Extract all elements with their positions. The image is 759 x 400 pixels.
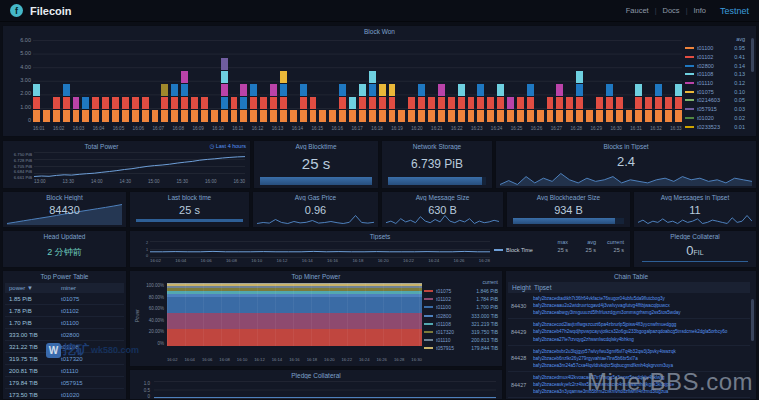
legend-series-name[interactable]: t057915 bbox=[697, 106, 734, 112]
legend-series-name[interactable]: t01075 bbox=[436, 288, 476, 294]
panel-title-top-power-table[interactable]: Top Power Table bbox=[3, 273, 126, 280]
legend-item[interactable]: t011000.95 bbox=[685, 44, 753, 53]
tick-label: 16:00 bbox=[205, 179, 217, 187]
legend-item[interactable]: t010750.10 bbox=[685, 87, 753, 96]
legend-item[interactable]: Block Time25 s25 s25 s bbox=[494, 247, 624, 253]
legend-col-label[interactable]: max bbox=[540, 239, 568, 245]
panel-title-avg-message-size[interactable]: Avg Message Size bbox=[382, 194, 503, 201]
legend-item[interactable]: t011001.700 PiB bbox=[424, 303, 500, 311]
panel-title-total-power[interactable]: Total Power bbox=[43, 143, 160, 150]
legend-item[interactable]: t02335230.01 bbox=[685, 122, 753, 131]
cid-line[interactable]: bafy2bzacebvbr2u3lqjgyp57wlvyfwu3gmf6vl7… bbox=[533, 348, 747, 355]
column-header-miner[interactable]: miner bbox=[61, 285, 76, 291]
cid-line[interactable]: bafy2bzaceabwgy3tmguuuzd5fhfrluszdgym3om… bbox=[533, 309, 747, 316]
legend-series-name[interactable]: t01110 bbox=[697, 80, 734, 86]
legend-series-name[interactable]: t0214603 bbox=[697, 97, 734, 103]
legend-item[interactable]: t028000.14 bbox=[685, 61, 753, 70]
miner-cell[interactable]: t01020 bbox=[61, 392, 120, 398]
legend-series-name[interactable]: t01110 bbox=[436, 337, 471, 343]
legend-series-name[interactable]: t01020 bbox=[697, 115, 734, 121]
legend-item[interactable]: t011080.13 bbox=[685, 70, 753, 79]
testnet-button[interactable]: Testnet bbox=[720, 6, 749, 16]
legend-header[interactable]: current bbox=[424, 279, 500, 287]
legend-item[interactable]: t0579150.03 bbox=[685, 105, 753, 114]
tick-label: 4.00 bbox=[20, 64, 31, 70]
filecoin-logo-icon: f bbox=[10, 4, 23, 17]
panel-title-pledge-collateral-chart[interactable]: Pledge Collateral bbox=[130, 372, 502, 379]
legend-series-name[interactable]: t01108 bbox=[697, 71, 734, 77]
legend-col-label[interactable]: avg bbox=[568, 239, 596, 245]
tick-label: 16:02 bbox=[53, 126, 65, 134]
bar-segment bbox=[53, 97, 60, 109]
legend-item[interactable]: t02146030.05 bbox=[685, 96, 753, 105]
nav-link-docs[interactable]: Docs bbox=[663, 6, 680, 15]
bar-segment bbox=[537, 110, 544, 122]
panel-title-avg-messages-in-tipset[interactable]: Avg Messages in Tipset bbox=[634, 194, 756, 201]
bar-segment bbox=[369, 84, 376, 96]
legend-series-name[interactable]: t01075 bbox=[697, 89, 734, 95]
miner-cell[interactable]: t01100 bbox=[61, 320, 120, 326]
cid-line[interactable]: bafy2bzacedtadtkh7t36fr64vkfacte76sugor0… bbox=[533, 295, 747, 302]
legend-series-name[interactable]: t01102 bbox=[697, 54, 734, 60]
panel-title-avg-gas-price[interactable]: Avg Gas Price bbox=[253, 194, 378, 201]
legend-col-label[interactable]: current bbox=[596, 239, 624, 245]
legend-series-name[interactable]: Block Time bbox=[506, 247, 540, 253]
bar-segment bbox=[616, 97, 623, 109]
cid-line[interactable]: bafy2bzaceb6nzlkr26y279rgyvahtae7lrw5b6b… bbox=[533, 355, 747, 362]
legend-item[interactable]: t01108321.219 TiB bbox=[424, 320, 500, 328]
legend-item[interactable]: t010751.846 PiB bbox=[424, 287, 500, 295]
legend-item[interactable]: t011100.12 bbox=[685, 79, 753, 88]
legend-series-name[interactable]: t0233523 bbox=[697, 124, 734, 130]
nav-link-info[interactable]: Info bbox=[693, 6, 706, 15]
legend-item[interactable]: t01110200.813 TiB bbox=[424, 336, 500, 344]
panel-title-blocks-in-tipset[interactable]: Blocks in Tipset bbox=[496, 143, 756, 150]
legend-series-name[interactable]: t01100 bbox=[697, 45, 734, 51]
bar-segment bbox=[497, 110, 504, 122]
legend-series-name[interactable]: t02800 bbox=[436, 313, 471, 319]
cid-line[interactable]: bafy2bzaceb47h2wqdjhpvwpcayvjotkcs32o6gu… bbox=[533, 328, 747, 335]
cid-line[interactable]: bafy2bzaceaau2o2wtdruvrtcgavd4j3vwlvyvag… bbox=[533, 302, 747, 309]
legend-scrollbar[interactable] bbox=[751, 38, 754, 72]
bar-segment bbox=[398, 110, 405, 122]
panel-title-avg-blocktime[interactable]: Avg Blocktime bbox=[254, 143, 378, 150]
miner-cell[interactable]: t01075 bbox=[61, 296, 120, 302]
legend-item[interactable]: t02800333.000 TiB bbox=[424, 312, 500, 320]
power-cell: 1.85 PiB bbox=[9, 296, 61, 302]
miner-cell[interactable]: t01102 bbox=[61, 308, 120, 314]
bar-segment bbox=[576, 97, 583, 109]
panel-title-block-won[interactable]: Block Won bbox=[3, 28, 756, 35]
panel-title-block-height[interactable]: Block Height bbox=[3, 194, 126, 201]
panel-title-network-storage[interactable]: Network Storage bbox=[382, 143, 492, 150]
panel-title-head-updated[interactable]: Head Updated bbox=[3, 233, 126, 240]
time-range-picker[interactable]: ◷ Last 4 hours bbox=[209, 143, 246, 149]
panel-title-pledge-collateral[interactable]: Pledge Collateral bbox=[634, 233, 756, 240]
miner-cell[interactable]: t057915 bbox=[61, 380, 120, 386]
panel-title-chain-table[interactable]: Chain Table bbox=[506, 273, 756, 280]
legend-series-name[interactable]: t02800 bbox=[697, 63, 734, 69]
column-header-tipset[interactable]: Tipset bbox=[534, 284, 551, 291]
legend-series-name[interactable]: t01100 bbox=[436, 304, 476, 310]
legend-series-name[interactable]: t01102 bbox=[436, 296, 476, 302]
nav-link-faucet[interactable]: Faucet bbox=[626, 6, 649, 15]
blocks-in-tipset-value: 2.4 bbox=[496, 154, 756, 169]
legend-series-name[interactable]: t01108 bbox=[436, 321, 471, 327]
legend-series-name[interactable]: t057915 bbox=[436, 345, 471, 351]
legend-series-name[interactable]: t017320 bbox=[436, 329, 471, 335]
chain-table-scrollbar[interactable] bbox=[751, 299, 754, 341]
column-header-height[interactable]: Height bbox=[512, 284, 534, 291]
miner-cell[interactable]: t02800 bbox=[61, 332, 120, 338]
tick-label: 16:25 bbox=[511, 126, 523, 134]
miner-cell[interactable]: t01110 bbox=[61, 368, 120, 374]
panel-title-last-block-time[interactable]: Last block time bbox=[130, 194, 249, 201]
panel-title-avg-blockheader-size[interactable]: Avg Blockheader Size bbox=[507, 194, 630, 201]
legend-item[interactable]: t010200.02 bbox=[685, 114, 753, 123]
cid-line[interactable]: bafy2bzacea27le7tzvqyg2zhswnlwcdqlsky4bh… bbox=[533, 336, 747, 343]
legend-item[interactable]: t011021.784 PiB bbox=[424, 295, 500, 303]
legend-header[interactable]: avg bbox=[685, 36, 753, 44]
legend-item[interactable]: t011020.41 bbox=[685, 53, 753, 62]
column-header-power[interactable]: power ▼ bbox=[9, 285, 61, 291]
legend-item[interactable]: t017320319.750 TiB bbox=[424, 328, 500, 336]
table-row: 1.85 PiBt01075 bbox=[5, 293, 124, 305]
cid-line[interactable]: bafy2bzacecod2lavjtnflwgszcuzt6pa4zbrurl… bbox=[533, 321, 747, 328]
legend-item[interactable]: t057915179.844 TiB bbox=[424, 344, 500, 352]
